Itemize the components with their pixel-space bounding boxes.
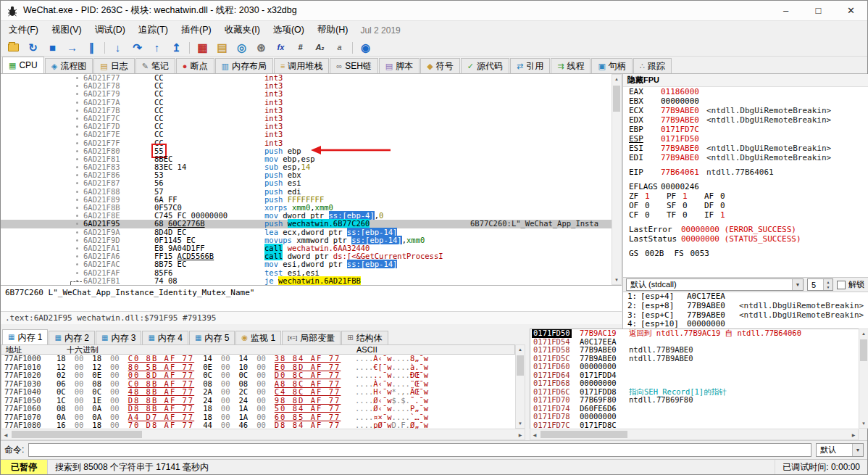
settings-button[interactable]: ⊛ (251, 40, 271, 56)
scroll-thumb[interactable] (12, 431, 142, 438)
tab-cpu[interactable]: ▦CPU (2, 57, 44, 73)
disasm-row[interactable]: 6AD21FB174 08je wechatwin.6AD21FBB (1, 277, 612, 285)
register-row[interactable]: EFLAGS00000246 (623, 182, 868, 191)
scroll-down-icon[interactable]: ▼ (612, 276, 621, 284)
register-row[interactable]: EBP0171FD7C (623, 125, 868, 134)
argument-row[interactable]: 2:[esp+8]77B9ABE0<ntdll.DbgUiRemoteBreak… (623, 302, 868, 311)
tab-handles[interactable]: ▣句柄 (591, 58, 632, 73)
pause-button[interactable]: ∥ (82, 40, 101, 56)
menu-help[interactable]: 帮助(H) (311, 21, 354, 39)
menu-plugins[interactable]: 插件(P) (175, 21, 218, 39)
stepper-down-icon[interactable]: ▼ (824, 285, 832, 291)
step-over-button[interactable]: ↷ (128, 40, 147, 56)
tab-dump2[interactable]: ▦内存 2 (49, 331, 94, 344)
calling-convention-select[interactable]: 默认 (stdcall) ▼ (626, 278, 804, 291)
stepper-arrows[interactable]: ▲▼ (823, 279, 832, 290)
disasm-row[interactable]: 6AD21F7ECCint3 (1, 131, 612, 139)
tab-symbols[interactable]: ◆符号 (420, 58, 459, 73)
tab-seh[interactable]: ∞SEH链 (330, 58, 378, 73)
scroll-thumb[interactable] (517, 355, 524, 376)
run-to-user-code-button[interactable]: ↥ (167, 40, 186, 56)
favourite-tools-button[interactable]: fx (271, 40, 291, 56)
tab-dump1[interactable]: ▦内存 1 (2, 329, 48, 344)
register-row[interactable]: EDI77B9ABE0<ntdll.DbgUiRemoteBreakin> (623, 153, 868, 162)
dump-row[interactable]: 77AF10801600180070 D8 AF 7744004600D8 84… (1, 421, 515, 429)
menu-options[interactable]: 选项(O) (267, 21, 311, 39)
tab-threads[interactable]: ⇉线程 (551, 58, 591, 73)
dump-horizontal-scrollbar[interactable]: ◀ ▶ (1, 429, 525, 440)
command-combo[interactable]: 默认 ▼ (816, 443, 864, 457)
scroll-thumb[interactable] (860, 339, 867, 361)
tab-struct[interactable]: ⊞结构体 (341, 331, 388, 344)
register-row[interactable]: ZF1PF1AF0 (623, 191, 868, 201)
stack-row[interactable]: 0171FD7800000000 (530, 413, 859, 421)
step-into-button[interactable]: ↓ (108, 40, 128, 56)
tab-script[interactable]: ▤脚本 (379, 58, 420, 73)
dump-row[interactable]: 77AF10400C000C0048 8B AF 772A002C00C4 8C… (1, 388, 515, 397)
disasm-scrollbar[interactable]: ▲ ▼ (612, 74, 622, 285)
execute-till-return-button[interactable]: ↑ (147, 40, 167, 56)
scroll-thumb[interactable] (613, 86, 620, 112)
tab-references[interactable]: ⇄引用 (510, 58, 550, 73)
register-row[interactable]: EAX01186000 (623, 87, 868, 96)
register-row[interactable]: EDX77B9ABE0<ntdll.DbgUiRemoteBreakin> (623, 115, 868, 125)
tab-log[interactable]: ▤日志 (93, 58, 134, 73)
menu-file[interactable]: 文件(F) (2, 21, 45, 39)
tab-call-stack[interactable]: ≡调用堆栈 (274, 58, 329, 73)
open-file-button[interactable] (4, 40, 23, 56)
argument-count-stepper[interactable]: 5 ▲▼ (807, 278, 833, 291)
tab-memory-map[interactable]: ▥内存布局 (215, 58, 273, 73)
register-row[interactable]: LastStatus00000000 (STATUS_SUCCESS) (623, 234, 868, 244)
stack-row[interactable]: 0171FD7C0171FD8C (530, 421, 859, 429)
register-row[interactable]: ESP0171FD50 (623, 134, 868, 144)
hide-fpu-button[interactable]: 隐藏FPU (623, 74, 868, 87)
dump-row[interactable]: 77AF102002000E0000 8D AF 770C000C00D0 8C… (1, 371, 515, 380)
dump-scrollbar[interactable]: ▲ ▼ (515, 344, 525, 429)
tab-watch1[interactable]: ◉监视 1 (235, 331, 281, 344)
font-button[interactable]: a (330, 40, 349, 56)
scroll-right-icon[interactable]: ▶ (516, 430, 525, 439)
scroll-up-icon[interactable]: ▲ (516, 345, 525, 354)
debug-view-button[interactable]: ◉ (356, 40, 375, 56)
menu-trace[interactable]: 追踪(T) (132, 21, 175, 39)
tab-breakpoints[interactable]: ●断点 (176, 58, 214, 73)
tab-source[interactable]: ✓源代码 (461, 58, 509, 73)
stack-row[interactable]: 0171FD5077B9AC19返回到 ntdll.77B9AC19 自 ntd… (530, 329, 859, 338)
register-row[interactable]: EIP77B64061ntdll.77B64061 (623, 168, 868, 177)
argument-row[interactable]: 1:[esp+4]A0C17EEA (623, 292, 868, 302)
chevron-down-icon[interactable]: ▼ (792, 279, 803, 290)
scroll-down-icon[interactable]: ▼ (516, 419, 525, 428)
menu-view[interactable]: 视图(V) (45, 21, 88, 39)
disasm-row[interactable]: 6AD21F79CCint3 (1, 90, 612, 98)
register-row[interactable]: ESI77B9ABE0<ntdll.DbgUiRemoteBreakin> (623, 144, 868, 153)
stepper-up-icon[interactable]: ▲ (824, 279, 832, 285)
command-input[interactable] (28, 443, 811, 457)
scroll-up-icon[interactable]: ▲ (612, 75, 621, 83)
register-row[interactable]: OF0SF0DF0 (623, 201, 868, 210)
stack-row[interactable]: 0171FD6000000000 (530, 363, 859, 371)
minimize-button[interactable]: – (769, 1, 802, 20)
run-button[interactable]: → (62, 40, 82, 56)
scroll-up-icon[interactable]: ▲ (859, 329, 868, 338)
scroll-left-icon[interactable]: ◀ (1, 430, 10, 439)
tab-dump4[interactable]: ▦内存 4 (142, 331, 188, 344)
calculator-button[interactable]: # (291, 40, 310, 56)
chevron-down-icon[interactable]: ▼ (852, 444, 863, 456)
maximize-button[interactable]: □ (802, 1, 835, 20)
disasm-row[interactable]: 6AD21F8756push esi (1, 179, 612, 187)
dump-row[interactable]: 77AF100018001800C0 8B AF 771400140038 84… (1, 355, 515, 363)
register-row[interactable]: EBX00000000 (623, 96, 868, 106)
restart-button[interactable]: ↻ (23, 40, 43, 56)
scroll-down-icon[interactable]: ▼ (859, 419, 868, 428)
menu-debug[interactable]: 调试(D) (88, 21, 132, 39)
tab-locals[interactable]: [x=]局部变量 (282, 331, 341, 344)
stack-row[interactable]: 0171FD7077B69F80ntdll.77B69F80 (530, 396, 859, 405)
dump-row[interactable]: 77AF106008000A00D8 8B AF 7718001A0050 84… (1, 405, 515, 413)
unlock-checkbox[interactable] (837, 281, 846, 289)
disasm-row[interactable]: 6AD21F7FCCint3 (1, 139, 612, 147)
tab-dump5[interactable]: ▦内存 5 (189, 331, 235, 344)
assemble-button[interactable]: A₂ (310, 40, 330, 56)
graph-button[interactable]: ◎ (232, 40, 251, 56)
tab-notes[interactable]: ✎笔记 (135, 58, 175, 73)
register-row[interactable]: ECX77B9ABE0<ntdll.DbgUiRemoteBreakin> (623, 106, 868, 115)
